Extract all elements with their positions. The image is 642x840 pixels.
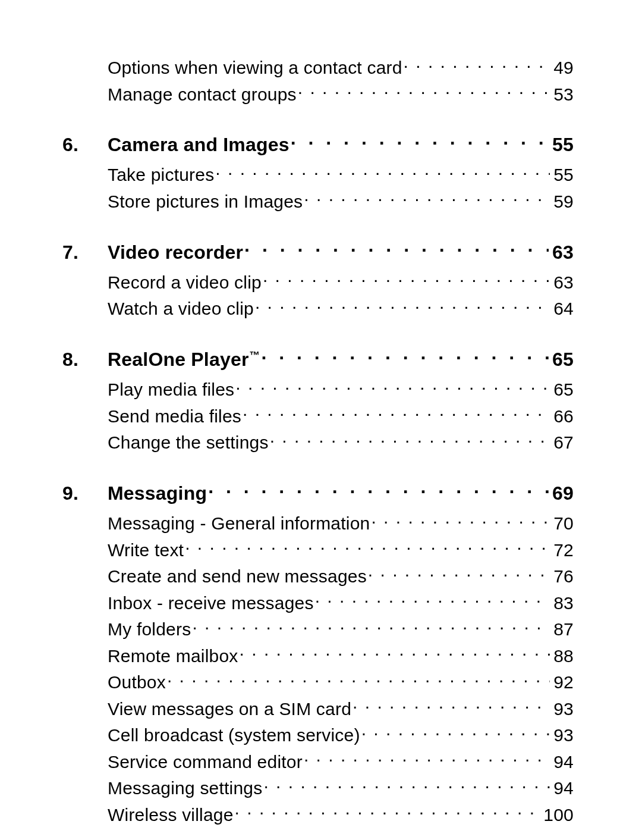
- toc-entry: Outbox92: [62, 669, 574, 695]
- toc-page-number: 72: [551, 538, 574, 563]
- toc-page-number: 70: [551, 512, 574, 536]
- dot-leader: [263, 269, 550, 289]
- toc-page-number: 49: [551, 56, 574, 80]
- toc-entry: View messages on a SIM card93: [62, 695, 574, 722]
- toc-entry: Send media files66: [62, 403, 574, 429]
- toc-chapter-number: 6.: [62, 132, 108, 158]
- toc-entry: Remote mailbox88: [62, 642, 574, 669]
- dot-leader: [291, 130, 549, 151]
- toc-entry: Messaging settings94: [62, 775, 574, 801]
- toc-chapter-page: 69: [550, 481, 574, 506]
- toc-page-number: 93: [551, 697, 574, 722]
- toc-entry: Messaging - General information70: [62, 510, 574, 536]
- toc-entry: Wireless village100: [62, 801, 574, 828]
- toc-chapter-title: Video recorder: [108, 240, 243, 265]
- toc-page: Options when viewing a contact card 49 M…: [0, 0, 642, 840]
- dot-leader: [215, 161, 550, 181]
- toc-entry: Inbox - receive messages83: [62, 590, 574, 616]
- toc-title: Messaging - General information: [108, 512, 370, 536]
- dot-leader: [185, 537, 550, 556]
- toc-chapter-page: 63: [550, 240, 574, 265]
- toc-page-number: 76: [551, 565, 574, 589]
- toc-title: View messages on a SIM card: [108, 697, 351, 722]
- toc-entry: Take pictures55: [62, 161, 574, 187]
- toc-title: Inbox - receive messages: [108, 591, 314, 616]
- dot-leader: [208, 479, 549, 500]
- toc-title: Create and send new messages: [108, 565, 367, 589]
- toc-entry: Play media files65: [62, 376, 574, 402]
- toc-title: Write text: [108, 538, 184, 563]
- toc-page-number: 83: [551, 591, 574, 616]
- toc-chapter-title-text: RealOne Player: [108, 349, 249, 370]
- dot-leader: [235, 376, 550, 396]
- toc-chapter-title: Messaging: [108, 481, 207, 506]
- toc-title: My folders: [108, 618, 191, 642]
- dot-leader: [235, 801, 540, 821]
- toc-chapter-title: Camera and Images: [108, 132, 289, 158]
- dot-leader: [371, 510, 550, 529]
- trademark-symbol: ™: [250, 349, 260, 361]
- dot-leader: [304, 188, 550, 208]
- toc-page-number: 93: [551, 723, 574, 748]
- toc-title: Remote mailbox: [108, 644, 238, 669]
- toc-chapter: 8. RealOne Player™ 65: [62, 345, 574, 372]
- toc-chapter-page: 65: [550, 347, 574, 372]
- toc-title: Cell broadcast (system service): [108, 723, 360, 748]
- toc-page-number: 59: [551, 190, 574, 214]
- toc-title: Change the settings: [108, 431, 269, 455]
- dot-leader: [192, 616, 550, 635]
- toc-page-number: 92: [551, 670, 574, 695]
- dot-leader: [315, 590, 550, 609]
- toc-page-number: 55: [551, 163, 574, 187]
- toc-page-number: 53: [551, 83, 574, 107]
- toc-title: Record a video clip: [108, 271, 262, 295]
- dot-leader: [244, 237, 549, 258]
- toc-title: Service command editor: [108, 750, 303, 775]
- toc-chapter: 6. Camera and Images 55: [62, 130, 574, 158]
- toc-entry: Record a video clip63: [62, 269, 574, 295]
- dot-leader: [353, 695, 550, 715]
- toc-entry: Cell broadcast (system service)93: [62, 722, 574, 748]
- dot-leader: [404, 54, 550, 74]
- toc-chapter-title: RealOne Player™: [108, 347, 260, 372]
- toc-page-number: 88: [551, 644, 574, 669]
- toc-page-number: 64: [551, 297, 574, 321]
- toc-page-number: 94: [551, 776, 574, 801]
- toc-entry: Manage contact groups 53: [62, 81, 574, 107]
- dot-leader: [263, 775, 550, 794]
- toc-page-number: 67: [551, 431, 574, 455]
- toc-entry: Write text72: [62, 537, 574, 563]
- toc-title: Wireless village: [108, 803, 234, 828]
- toc-chapter: 7. Video recorder 63: [62, 237, 574, 265]
- toc-entry: Service command editor94: [62, 748, 574, 775]
- toc-page-number: 87: [551, 618, 574, 642]
- dot-leader: [255, 295, 550, 315]
- dot-leader: [368, 563, 550, 582]
- toc-chapter: 9. Messaging 69: [62, 479, 574, 506]
- dot-leader: [298, 81, 550, 101]
- toc-page-number: 66: [551, 405, 574, 429]
- toc-chapter-number: 9.: [62, 481, 108, 506]
- toc-entry: Options when viewing a contact card 49: [62, 54, 574, 80]
- toc-chapter-page: 55: [550, 132, 574, 158]
- dot-leader: [261, 345, 549, 366]
- dot-leader: [270, 429, 550, 449]
- toc-entry: Change the settings67: [62, 429, 574, 455]
- dot-leader: [240, 642, 550, 662]
- toc-title: Take pictures: [108, 163, 214, 187]
- toc-entry: Create and send new messages76: [62, 563, 574, 589]
- toc-page-number: 63: [551, 271, 574, 295]
- toc-entry: Watch a video clip64: [62, 295, 574, 321]
- toc-title: Messaging settings: [108, 776, 262, 801]
- toc-chapter-number: 7.: [62, 240, 108, 265]
- toc-title: Options when viewing a contact card: [108, 56, 402, 80]
- toc-title: Store pictures in Images: [108, 190, 303, 214]
- dot-leader: [243, 403, 550, 422]
- toc-page-number: 100: [541, 803, 574, 828]
- toc-entry: My folders87: [62, 616, 574, 642]
- dot-leader: [361, 722, 550, 741]
- toc-title: Play media files: [108, 378, 234, 402]
- toc-title: Watch a video clip: [108, 297, 254, 321]
- dot-leader: [167, 669, 550, 688]
- toc-title: Outbox: [108, 670, 166, 695]
